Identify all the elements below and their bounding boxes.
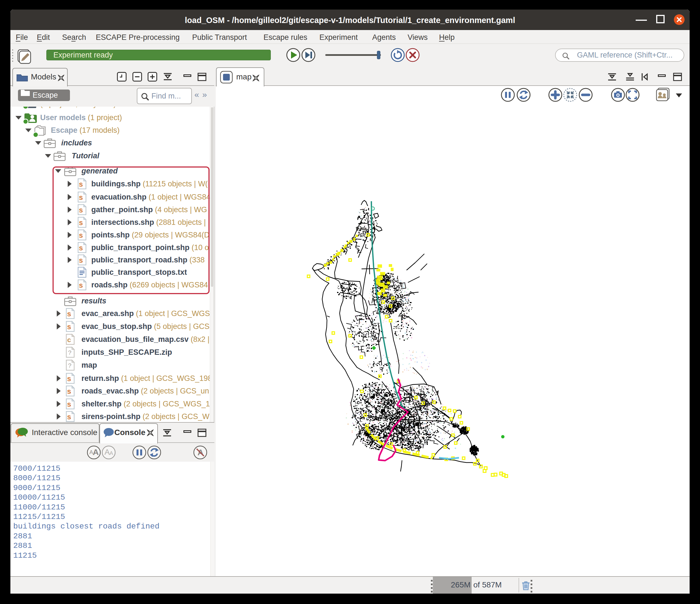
svg-text:A: A [109,450,113,456]
svg-text:s: s [67,374,71,383]
svg-text:c: c [67,336,71,344]
svg-text:A: A [104,448,110,456]
svg-text:s: s [67,322,71,331]
svg-text:s: s [67,413,71,421]
svg-text:s: s [67,310,71,318]
svg-text:A: A [93,447,99,457]
svg-text:?: ? [68,362,71,369]
svg-text:?: ? [68,349,71,356]
svg-text:s: s [67,387,71,395]
svg-text:s: s [67,400,71,409]
